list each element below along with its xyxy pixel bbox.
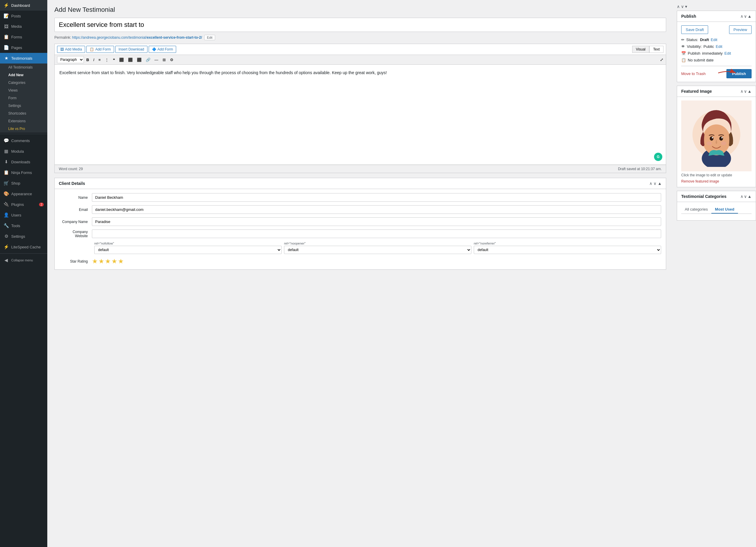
publish-down-button[interactable]: ∨ [744, 14, 747, 19]
sidebar-item-shortcodes[interactable]: Shortcodes [0, 110, 47, 117]
collapse-icon: ◀ [4, 258, 9, 263]
sidebar-item-extensions[interactable]: Extensions [0, 117, 47, 125]
sidebar-item-tools[interactable]: 🔧 Tools [0, 220, 47, 231]
sidebar-item-categories[interactable]: Categories [0, 79, 47, 87]
featured-image-up-button[interactable]: ∧ [740, 89, 743, 94]
align-center-button[interactable]: ⬛ [126, 56, 134, 63]
remove-featured-image-link[interactable]: Remove featured image [681, 179, 719, 184]
forms-icon: 📋 [4, 34, 9, 40]
table-button[interactable]: ⊞ [161, 56, 168, 63]
move-to-trash-link[interactable]: Move to Trash [681, 72, 705, 76]
align-left-button[interactable]: ⬛ [117, 56, 126, 63]
permalink-edit-button[interactable]: Edit [204, 35, 215, 40]
expand-button[interactable]: ⤢ [660, 57, 663, 62]
sidebar-collapse[interactable]: ◀ Collapse menu [0, 255, 47, 266]
add-form-2-button[interactable]: 🔷 Add Form [149, 46, 176, 53]
publish-time-edit-link[interactable]: Edit [724, 51, 731, 56]
post-title-input[interactable] [54, 18, 666, 32]
rel-noreferrer-group: rel="noreferrer" default [474, 242, 661, 254]
sidebar-item-forms[interactable]: 📋 Forms [0, 32, 47, 42]
status-edit-link[interactable]: Edit [711, 38, 717, 42]
sidebar-item-all-testimonials[interactable]: All Testimonials [0, 64, 47, 71]
testimonial-categories-header: Testimonial Categories ∧ ∨ ▲ [677, 191, 756, 202]
visibility-edit-link[interactable]: Edit [716, 44, 722, 49]
editor-body[interactable]: Excellent service from start to finish. … [54, 64, 666, 165]
visual-tab[interactable]: Visual [632, 46, 649, 53]
sidebar-item-modula[interactable]: ▦ Modula [0, 146, 47, 157]
sidebar-item-settings-sub[interactable]: Settings [0, 102, 47, 110]
sidebar-item-views[interactable]: Views [0, 87, 47, 94]
rel-noopener-select[interactable]: default [284, 246, 471, 254]
publish-box-header: Publish ∧ ∨ ▲ [677, 11, 756, 22]
rel-noreferrer-select[interactable]: default [474, 246, 661, 254]
client-details-toggle-button[interactable]: ▲ [658, 181, 662, 186]
featured-image-thumbnail[interactable] [681, 100, 752, 171]
right-up-button[interactable]: ∧ [677, 4, 680, 9]
sidebar-item-plugins[interactable]: 🔌 Plugins 2 [0, 199, 47, 210]
featured-image-header: Featured Image ∧ ∨ ▲ [677, 86, 756, 97]
settings-button[interactable]: ⚙ [168, 56, 175, 63]
modula-icon: ▦ [4, 149, 9, 154]
sidebar-item-appearance[interactable]: 🎨 Appearance [0, 189, 47, 199]
sidebar-item-downloads[interactable]: ⬇ Downloads [0, 157, 47, 167]
preview-button[interactable]: Preview [729, 25, 752, 34]
sidebar-item-users[interactable]: 👤 Users [0, 210, 47, 220]
star-rating[interactable]: ★★★★★ [92, 258, 124, 265]
sidebar-item-testimonials[interactable]: ★ Testimonials [0, 53, 47, 64]
featured-image-down-button[interactable]: ∨ [744, 89, 747, 94]
sidebar-item-ninja-forms[interactable]: 📋 Ninja Forms [0, 167, 47, 178]
email-input[interactable] [92, 205, 661, 214]
all-categories-tab[interactable]: All categories [681, 206, 711, 214]
sidebar-item-shop[interactable]: 🛒 Shop [0, 178, 47, 189]
permalink-link[interactable]: https://andreea.georgeciobanu.com/testim… [72, 35, 202, 40]
sidebar-item-add-new[interactable]: Add New [0, 71, 47, 79]
sidebar-item-media[interactable]: 🖼 Media [0, 21, 47, 32]
sidebar-item-settings[interactable]: ⚙ Settings [0, 231, 47, 242]
publish-up-button[interactable]: ∧ [740, 14, 743, 19]
sidebar-item-form[interactable]: Form [0, 94, 47, 102]
client-details-up-button[interactable]: ∧ [649, 181, 652, 186]
add-form-1-button[interactable]: 📋 Add Form [86, 46, 114, 53]
right-dropdown-button[interactable]: ▾ [685, 4, 687, 9]
bold-button[interactable]: B [85, 56, 91, 63]
align-right-button[interactable]: ⬛ [135, 56, 143, 63]
no-submit-icon: 📋 [681, 58, 686, 62]
add-media-button[interactable]: 🖼 Add Media [57, 46, 85, 53]
ordered-list-button[interactable]: ⋮ [103, 56, 111, 63]
sidebar-item-litespeed[interactable]: ⚡ LiteSpeed Cache [0, 242, 47, 252]
text-tab[interactable]: Text [649, 46, 663, 53]
rel-noopener-group: rel="noopener" default [284, 242, 471, 254]
insert-download-button[interactable]: Insert Download [115, 46, 147, 53]
sidebar-item-posts[interactable]: 📝 Posts [0, 11, 47, 21]
client-details-down-button[interactable]: ∨ [653, 181, 656, 186]
sidebar-item-dashboard[interactable]: ⚡ Dashboard [0, 0, 47, 11]
name-input[interactable] [92, 193, 661, 202]
rel-nofollow-select[interactable]: default [94, 246, 282, 254]
sidebar-item-lite-vs-pro[interactable]: Lite vs Pro [0, 125, 47, 133]
sidebar-item-pages[interactable]: 📄 Pages [0, 42, 47, 53]
most-used-tab[interactable]: Most Used [711, 206, 738, 214]
right-down-button[interactable]: ∨ [681, 4, 684, 9]
italic-button[interactable]: I [91, 56, 96, 63]
publish-toggle-button[interactable]: ▲ [747, 14, 752, 19]
company-name-input[interactable] [92, 218, 661, 226]
save-draft-button[interactable]: Save Draft [681, 25, 708, 34]
grammarly-icon[interactable]: G [654, 153, 662, 161]
categories-down-button[interactable]: ∨ [744, 194, 747, 199]
featured-image-toggle-button[interactable]: ▲ [747, 89, 752, 94]
testimonial-categories-controls: ∧ ∨ ▲ [740, 194, 752, 199]
categories-up-button[interactable]: ∧ [740, 194, 743, 199]
visual-text-toggle: Visual Text [632, 46, 663, 53]
client-details-header[interactable]: Client Details ∧ ∨ ▲ [55, 178, 666, 189]
company-website-input[interactable] [92, 230, 661, 238]
unordered-list-button[interactable]: ≡ [97, 56, 103, 63]
dashboard-icon: ⚡ [4, 3, 9, 8]
paragraph-select[interactable]: Paragraph [57, 56, 84, 63]
sidebar-item-comments[interactable]: 💬 Comments [0, 135, 47, 146]
link-button[interactable]: 🔗 [144, 56, 152, 63]
more-button[interactable]: — [153, 56, 160, 63]
testimonial-categories-title: Testimonial Categories [681, 194, 726, 199]
client-details-controls: ∧ ∨ ▲ [649, 181, 662, 186]
categories-toggle-button[interactable]: ▲ [747, 194, 752, 199]
blockquote-button[interactable]: ❝ [111, 56, 117, 63]
